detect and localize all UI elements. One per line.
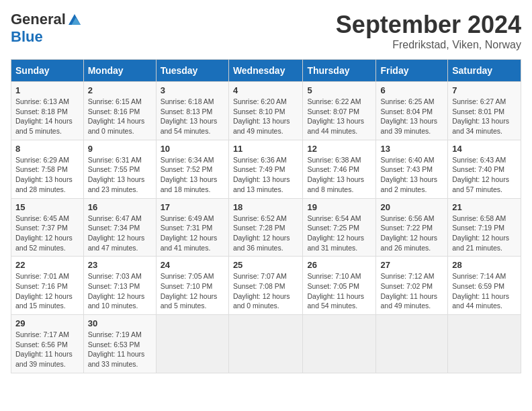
day-number: 27 [380, 260, 443, 270]
day-cell: 25 Sunrise: 7:07 AMSunset: 7:08 PMDaylig… [228, 257, 303, 315]
day-cell: 4 Sunrise: 6:20 AMSunset: 8:10 PMDayligh… [228, 82, 303, 140]
day-number: 5 [307, 85, 371, 95]
day-cell [448, 315, 521, 373]
day-number: 13 [380, 144, 443, 154]
column-header-wednesday: Wednesday [228, 60, 303, 82]
day-cell: 18 Sunrise: 6:52 AMSunset: 7:28 PMDaylig… [228, 198, 303, 257]
week-row-5: 29 Sunrise: 7:17 AMSunset: 6:56 PMDaylig… [11, 315, 521, 373]
day-info: Sunrise: 6:56 AMSunset: 7:22 PMDaylight:… [380, 214, 437, 252]
day-cell: 30 Sunrise: 7:19 AMSunset: 6:53 PMDaylig… [83, 315, 156, 373]
day-number: 23 [88, 260, 152, 270]
day-number: 12 [307, 144, 371, 154]
column-header-sunday: Sunday [11, 60, 84, 82]
day-info: Sunrise: 7:01 AMSunset: 7:16 PMDaylight:… [15, 272, 73, 310]
day-number: 1 [15, 85, 79, 95]
day-number: 10 [161, 144, 224, 154]
column-header-tuesday: Tuesday [156, 60, 228, 82]
day-cell: 9 Sunrise: 6:31 AMSunset: 7:55 PMDayligh… [83, 140, 156, 198]
day-number: 24 [161, 260, 224, 270]
day-info: Sunrise: 6:31 AMSunset: 7:55 PMDaylight:… [88, 156, 145, 193]
day-cell: 6 Sunrise: 6:25 AMSunset: 8:04 PMDayligh… [376, 82, 448, 140]
day-cell: 27 Sunrise: 7:12 AMSunset: 7:02 PMDaylig… [376, 257, 448, 315]
day-info: Sunrise: 7:19 AMSunset: 6:53 PMDaylight:… [88, 330, 145, 368]
day-cell: 23 Sunrise: 7:03 AMSunset: 7:13 PMDaylig… [83, 257, 156, 315]
day-number: 25 [233, 260, 299, 270]
header: General Blue September 2024 Fredrikstad,… [11, 11, 521, 51]
day-cell: 3 Sunrise: 6:18 AMSunset: 8:13 PMDayligh… [156, 82, 228, 140]
day-info: Sunrise: 6:38 AMSunset: 7:46 PMDaylight:… [307, 156, 364, 193]
day-number: 16 [88, 202, 152, 212]
day-cell: 21 Sunrise: 6:58 AMSunset: 7:19 PMDaylig… [448, 198, 521, 257]
day-cell: 11 Sunrise: 6:36 AMSunset: 7:49 PMDaylig… [228, 140, 303, 198]
day-number: 18 [233, 202, 299, 212]
day-number: 29 [15, 318, 79, 328]
day-number: 14 [452, 144, 517, 154]
day-info: Sunrise: 6:20 AMSunset: 8:10 PMDaylight:… [233, 97, 290, 135]
day-number: 9 [88, 144, 152, 154]
day-cell [303, 315, 376, 373]
day-number: 28 [452, 260, 517, 270]
column-header-friday: Friday [376, 60, 448, 82]
calendar-body: 1 Sunrise: 6:13 AMSunset: 8:18 PMDayligh… [11, 82, 521, 373]
week-row-3: 15 Sunrise: 6:45 AMSunset: 7:37 PMDaylig… [11, 198, 521, 257]
day-number: 19 [307, 202, 371, 212]
day-number: 15 [15, 202, 79, 212]
day-cell: 20 Sunrise: 6:56 AMSunset: 7:22 PMDaylig… [376, 198, 448, 257]
day-cell [156, 315, 228, 373]
day-cell [228, 315, 303, 373]
day-info: Sunrise: 6:22 AMSunset: 8:07 PMDaylight:… [307, 97, 364, 135]
day-info: Sunrise: 6:58 AMSunset: 7:19 PMDaylight:… [452, 214, 509, 252]
day-number: 4 [233, 85, 299, 95]
day-info: Sunrise: 6:36 AMSunset: 7:49 PMDaylight:… [233, 156, 290, 193]
day-info: Sunrise: 6:18 AMSunset: 8:13 PMDaylight:… [161, 97, 218, 135]
day-info: Sunrise: 7:12 AMSunset: 7:02 PMDaylight:… [380, 272, 437, 310]
day-cell: 5 Sunrise: 6:22 AMSunset: 8:07 PMDayligh… [303, 82, 376, 140]
day-number: 2 [88, 85, 152, 95]
column-header-monday: Monday [83, 60, 156, 82]
day-cell [376, 315, 448, 373]
day-cell: 28 Sunrise: 7:14 AMSunset: 6:59 PMDaylig… [448, 257, 521, 315]
day-info: Sunrise: 6:40 AMSunset: 7:43 PMDaylight:… [380, 156, 437, 193]
day-cell: 1 Sunrise: 6:13 AMSunset: 8:18 PMDayligh… [11, 82, 84, 140]
day-info: Sunrise: 6:15 AMSunset: 8:16 PMDaylight:… [88, 97, 145, 135]
day-info: Sunrise: 6:34 AMSunset: 7:52 PMDaylight:… [161, 156, 218, 193]
logo-general-text: General [11, 11, 66, 28]
day-number: 22 [15, 260, 79, 270]
day-number: 17 [161, 202, 224, 212]
day-cell: 8 Sunrise: 6:29 AMSunset: 7:58 PMDayligh… [11, 140, 84, 198]
day-info: Sunrise: 6:45 AMSunset: 7:37 PMDaylight:… [15, 214, 73, 252]
day-info: Sunrise: 7:05 AMSunset: 7:10 PMDaylight:… [161, 272, 218, 310]
day-info: Sunrise: 6:47 AMSunset: 7:34 PMDaylight:… [88, 214, 145, 252]
location-title: Fredrikstad, Viken, Norway [336, 39, 521, 51]
calendar-header-row: SundayMondayTuesdayWednesdayThursdayFrid… [11, 60, 521, 82]
day-cell: 14 Sunrise: 6:43 AMSunset: 7:40 PMDaylig… [448, 140, 521, 198]
day-number: 30 [88, 318, 152, 328]
day-info: Sunrise: 7:10 AMSunset: 7:05 PMDaylight:… [307, 272, 364, 310]
day-info: Sunrise: 6:25 AMSunset: 8:04 PMDaylight:… [380, 97, 437, 135]
day-cell: 16 Sunrise: 6:47 AMSunset: 7:34 PMDaylig… [83, 198, 156, 257]
day-info: Sunrise: 7:03 AMSunset: 7:13 PMDaylight:… [88, 272, 145, 310]
day-cell: 2 Sunrise: 6:15 AMSunset: 8:16 PMDayligh… [83, 82, 156, 140]
day-cell: 15 Sunrise: 6:45 AMSunset: 7:37 PMDaylig… [11, 198, 84, 257]
logo-icon [69, 13, 81, 26]
logo-blue-text: Blue [11, 28, 43, 46]
day-info: Sunrise: 7:07 AMSunset: 7:08 PMDaylight:… [233, 272, 290, 310]
day-cell: 7 Sunrise: 6:27 AMSunset: 8:01 PMDayligh… [448, 82, 521, 140]
day-info: Sunrise: 6:49 AMSunset: 7:31 PMDaylight:… [161, 214, 218, 252]
day-number: 26 [307, 260, 371, 270]
day-cell: 17 Sunrise: 6:49 AMSunset: 7:31 PMDaylig… [156, 198, 228, 257]
day-number: 11 [233, 144, 299, 154]
day-cell: 10 Sunrise: 6:34 AMSunset: 7:52 PMDaylig… [156, 140, 228, 198]
week-row-1: 1 Sunrise: 6:13 AMSunset: 8:18 PMDayligh… [11, 82, 521, 140]
day-info: Sunrise: 7:17 AMSunset: 6:56 PMDaylight:… [15, 330, 73, 368]
day-info: Sunrise: 6:54 AMSunset: 7:25 PMDaylight:… [307, 214, 364, 252]
week-row-2: 8 Sunrise: 6:29 AMSunset: 7:58 PMDayligh… [11, 140, 521, 198]
day-info: Sunrise: 6:43 AMSunset: 7:40 PMDaylight:… [452, 156, 509, 193]
logo: General Blue [11, 11, 81, 46]
day-info: Sunrise: 6:13 AMSunset: 8:18 PMDaylight:… [15, 97, 73, 135]
title-area: September 2024 Fredrikstad, Viken, Norwa… [336, 11, 521, 51]
day-info: Sunrise: 6:27 AMSunset: 8:01 PMDaylight:… [452, 97, 509, 135]
day-info: Sunrise: 7:14 AMSunset: 6:59 PMDaylight:… [452, 272, 509, 310]
week-row-4: 22 Sunrise: 7:01 AMSunset: 7:16 PMDaylig… [11, 257, 521, 315]
day-number: 8 [15, 144, 79, 154]
